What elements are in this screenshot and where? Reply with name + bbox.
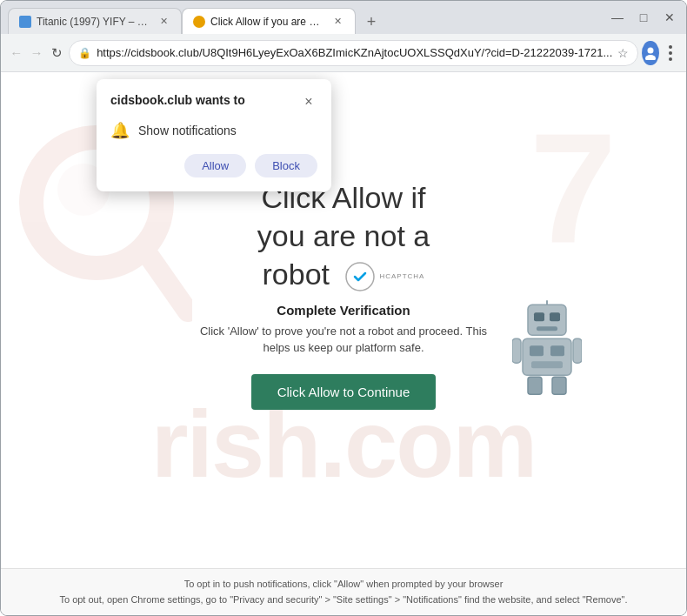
tab-bar: Titanic (1997) YIFY – Download... ✕ Clic…: [8, 1, 597, 34]
lock-icon: 🔒: [78, 47, 91, 59]
forward-button[interactable]: →: [28, 41, 44, 65]
popup-notification-row: 🔔 Show notifications: [110, 121, 317, 140]
popup-header: cidsbook.club wants to ×: [110, 93, 317, 110]
tab-favicon-site: [193, 16, 205, 28]
svg-rect-8: [550, 312, 560, 321]
svg-rect-14: [550, 345, 564, 356]
menu-button[interactable]: [663, 41, 679, 65]
svg-rect-9: [537, 326, 557, 331]
bottom-bar: To opt in to push notifications, click "…: [1, 568, 686, 615]
popup-close-button[interactable]: ×: [300, 93, 317, 110]
tab-yify[interactable]: Titanic (1997) YIFY – Download... ✕: [8, 8, 182, 34]
menu-dot-1: [669, 45, 672, 49]
tab-favicon-yify: [19, 16, 31, 28]
nav-bar: ← → ↻ 🔒 https://cidsbook.club/U8QIt9H6Ly…: [1, 34, 686, 72]
svg-rect-15: [531, 361, 563, 368]
menu-dot-3: [669, 57, 672, 61]
svg-rect-7: [534, 312, 544, 321]
svg-rect-12: [523, 338, 571, 375]
popup-notification-label: Show notifications: [138, 124, 237, 137]
svg-rect-16: [512, 338, 521, 363]
verification-block: Complete Verification Click 'Allow' to p…: [196, 303, 491, 357]
new-tab-button[interactable]: +: [359, 10, 384, 34]
profile-icon: [644, 46, 657, 60]
captcha-label: hCAPTCHA: [379, 272, 424, 281]
robot-image: [512, 300, 582, 399]
svg-rect-19: [552, 377, 566, 394]
tab-active-label: Click Allow if you are not a rob...: [210, 16, 322, 28]
bell-icon: 🔔: [110, 121, 130, 140]
back-button[interactable]: ←: [8, 41, 24, 65]
address-bar[interactable]: 🔒 https://cidsbook.club/U8QIt9H6LyeyExOa…: [69, 40, 638, 66]
allow-button[interactable]: Allow: [184, 154, 246, 177]
tab-close-active[interactable]: ✕: [330, 15, 344, 29]
window-controls: — □ ✕: [608, 8, 679, 27]
reload-button[interactable]: ↻: [49, 41, 65, 65]
main-heading: Click Allow if you are not a robot hCAPT…: [257, 178, 430, 294]
url-text: https://cidsbook.club/U8QIt9H6LyeyExOaX6…: [97, 46, 612, 59]
verification-title: Complete Verification: [196, 303, 491, 318]
minimize-button[interactable]: —: [608, 8, 627, 27]
maximize-button[interactable]: □: [634, 8, 653, 27]
captcha-logo-icon: [344, 261, 376, 292]
tab-yify-label: Titanic (1997) YIFY – Download...: [37, 16, 148, 28]
block-button[interactable]: Block: [255, 154, 317, 177]
profile-button[interactable]: [642, 41, 658, 65]
page-content: rish.com 7 Click Allow if you are not a …: [1, 72, 686, 568]
captcha-widget[interactable]: hCAPTCHA: [344, 261, 424, 292]
bottom-text: To opt in to push notifications, click "…: [18, 576, 669, 608]
svg-point-0: [647, 47, 653, 53]
title-bar: Titanic (1997) YIFY – Download... ✕ Clic…: [1, 1, 686, 34]
tab-active[interactable]: Click Allow if you are not a rob... ✕: [182, 8, 356, 34]
robot-icon: [512, 300, 582, 396]
menu-dot-2: [669, 51, 672, 55]
svg-point-5: [346, 263, 374, 291]
cta-button[interactable]: Click Allow to Continue: [251, 374, 437, 410]
close-button[interactable]: ✕: [660, 8, 679, 27]
verification-description: Click 'Allow' to prove you're not a robo…: [196, 323, 491, 357]
svg-rect-17: [573, 338, 582, 363]
svg-point-1: [645, 55, 656, 60]
bookmark-icon[interactable]: ☆: [617, 46, 629, 60]
popup-title: cidsbook.club wants to: [110, 93, 245, 107]
svg-rect-18: [528, 377, 542, 394]
svg-rect-13: [530, 345, 544, 356]
browser-window: Titanic (1997) YIFY – Download... ✕ Clic…: [0, 0, 687, 616]
notification-popup: cidsbook.club wants to × 🔔 Show notifica…: [97, 79, 331, 191]
tab-close-yify[interactable]: ✕: [157, 15, 170, 29]
popup-buttons: Allow Block: [110, 154, 317, 177]
